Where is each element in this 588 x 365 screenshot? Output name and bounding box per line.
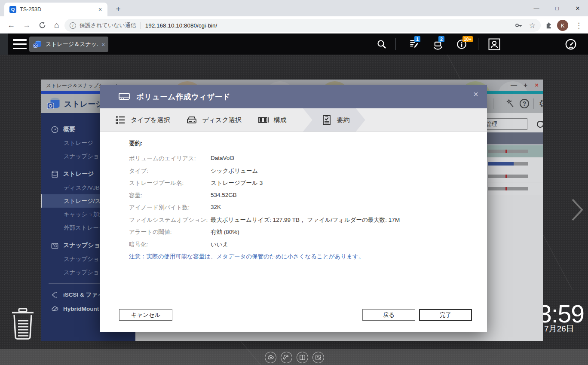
forward-icon[interactable]: → (21, 20, 32, 30)
window-close-button[interactable]: ✕ (568, 0, 588, 16)
dialog-close-icon[interactable]: × (471, 89, 481, 99)
next-desktop-chevron-icon[interactable] (571, 198, 584, 222)
summary-row: ファイルシステムオプション:最大ボリュームサイズ: 127.99 TB， ファイ… (129, 216, 470, 224)
feedback-note-icon[interactable] (312, 352, 324, 363)
topbar-separator (395, 38, 396, 50)
tasks-badge: 1 (414, 36, 420, 42)
recycle-bin-icon[interactable] (10, 308, 35, 340)
summary-row: ストレージプール名:ストレージプール 3 (129, 179, 470, 187)
info-icon[interactable]: i (70, 22, 76, 29)
main-menu-icon[interactable] (13, 39, 27, 49)
clipboard-check-icon (321, 114, 332, 126)
back-button[interactable]: 戻る (362, 309, 415, 321)
external-device-icon[interactable]: 2 (431, 37, 444, 51)
app-tab-label: ストレージ＆スナッ... (46, 40, 98, 48)
summary-heading: 要約: (129, 140, 470, 147)
url-text[interactable]: 192.168.10.10:8080/cgi-bin/ (145, 22, 514, 29)
reload-icon[interactable] (37, 20, 47, 30)
summary-row: 容量:534.52GB (129, 192, 470, 199)
window-minimize-button[interactable]: — (527, 0, 546, 16)
topbar-separator (478, 38, 478, 50)
dashboard-gauge-icon[interactable] (564, 37, 578, 51)
volume-disk-icon (118, 92, 130, 102)
step-summary: 要約 (303, 108, 365, 132)
app-tab-close-icon[interactable]: × (101, 41, 105, 48)
extensions-puzzle-icon[interactable] (545, 19, 553, 32)
qnap-topbar: ストレージ＆スナッ... × 1 2 10+ admin ⋮ (0, 34, 588, 55)
dialog-title: ボリューム作成ウィザード (136, 92, 230, 102)
storage-app-icon (33, 40, 42, 49)
tutorial-book-icon[interactable] (297, 352, 308, 363)
search-icon[interactable] (375, 37, 389, 51)
summary-panel: 要約: ボリュームのエイリアス:DataVol3 タイプ:シックボリューム スト… (129, 140, 470, 261)
dialog-header: ボリューム作成ウィザード × (100, 85, 487, 108)
home-icon[interactable]: ⌂ (52, 20, 62, 30)
disk-icon (186, 114, 197, 126)
topbar-notch (0, 34, 8, 55)
bookmark-star-icon[interactable]: ☆ (529, 21, 536, 30)
summary-row: アラートの閾値:有効 (80%) (129, 228, 470, 236)
back-icon[interactable]: ← (6, 20, 16, 30)
open-app-tab[interactable]: ストレージ＆スナッ... × (29, 37, 108, 52)
address-bar[interactable]: i 保護されていない通信 192.168.10.10:8080/cgi-bin/… (64, 19, 541, 32)
devices-badge: 2 (438, 36, 444, 42)
password-key-icon[interactable] (514, 21, 522, 29)
browser-menu-icon[interactable]: ⋮ (575, 19, 582, 32)
step-select-type: タイプを選択 (115, 108, 170, 132)
tab-title: TS-253D (20, 6, 96, 12)
step-select-disks: ディスク選択 (186, 108, 241, 132)
finish-button[interactable]: 完了 (419, 309, 472, 321)
summary-row: 暗号化:いいえ (129, 241, 470, 248)
notifications-badge: 10+ (462, 36, 473, 42)
qts-desktop: 3:59 7月26日 ストレージ＆スナップショット — + (0, 55, 588, 365)
address-divider (141, 22, 141, 29)
wizard-steps-bar: タイプを選択 ディスク選択 構成 要約 (100, 108, 487, 132)
notifications-info-icon[interactable]: 10+ (455, 37, 469, 51)
qnap-favicon: Q (9, 6, 16, 13)
volume-wizard-dialog: ボリューム作成ウィザード × タイプを選択 ディスク選択 構成 (100, 85, 487, 332)
new-tab-button[interactable]: + (113, 3, 124, 15)
screen: Q TS-253D × + — □ ✕ ← → ⌂ i 保護されていない通信 1… (0, 0, 588, 365)
summary-row: タイプ:シックボリューム (129, 167, 470, 175)
desktop-dock (0, 349, 588, 365)
partition-icon (258, 114, 269, 126)
browser-tab[interactable]: Q TS-253D × (4, 3, 107, 16)
summary-row: ボリュームのエイリアス:DataVol3 (129, 155, 470, 163)
cancel-button[interactable]: キャンセル (119, 309, 172, 321)
myqnapcloud-icon[interactable] (265, 352, 276, 363)
utilities-hammer-icon[interactable] (281, 352, 292, 363)
browser-avatar[interactable]: K (557, 19, 568, 32)
list-icon (115, 114, 126, 126)
step-configure: 構成 (258, 108, 287, 132)
user-avatar-icon[interactable] (487, 37, 501, 51)
security-label[interactable]: 保護されていない通信 (80, 21, 136, 29)
summary-row: アイノード別バイト数:32K (129, 204, 470, 212)
background-tasks-icon[interactable]: 1 (407, 37, 420, 51)
tab-close-icon[interactable]: × (96, 6, 104, 13)
capacity-note: 注意：実際の使用可能な容量は、メタデータの保管のために小さくなることがあります。 (129, 253, 470, 261)
window-maximize-button[interactable]: □ (547, 0, 567, 16)
browser-tabstrip: Q TS-253D × + — □ ✕ (0, 0, 588, 16)
desktop-date: 7月26日 (544, 323, 574, 334)
